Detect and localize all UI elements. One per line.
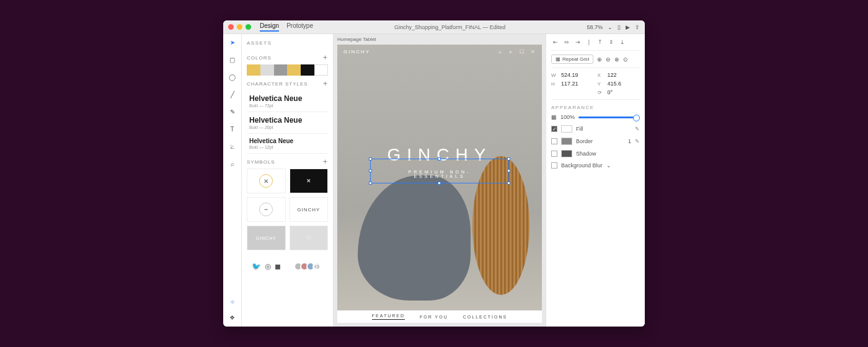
charstyle-name: Helvetica Neue [249, 138, 326, 144]
tab-prototype[interactable]: Prototype [286, 22, 313, 32]
swatch-gold2[interactable] [287, 64, 301, 76]
y-input[interactable] [608, 81, 632, 87]
charstyle-name: Helvetica Neue [249, 94, 326, 103]
facebook-icon: ◼ [275, 262, 281, 271]
shadow-checkbox[interactable] [551, 151, 557, 157]
play-icon[interactable]: ▶ [626, 24, 630, 30]
shadow-color-chip[interactable] [561, 150, 572, 157]
align-bottom-icon[interactable]: ⤓ [618, 38, 627, 46]
charstyle-item[interactable]: Helvetica Neue Bold — 12pt [247, 134, 328, 154]
boolean-add-icon[interactable]: ⊕ [597, 56, 602, 63]
tab-design[interactable]: Design [260, 22, 279, 32]
eyedropper-icon[interactable]: ✎ [635, 138, 640, 144]
x-input[interactable] [608, 72, 632, 78]
hero-image-shape [358, 175, 471, 301]
assets-panel-icon[interactable]: ⟐ [228, 297, 237, 305]
align-left-icon[interactable]: ⇤ [551, 38, 560, 46]
search-icon: ⌕ [498, 49, 503, 55]
swatch-grey[interactable] [274, 64, 288, 76]
charstyle-item[interactable]: Helvetica Neue Bold — 20pt [247, 112, 328, 134]
symbol-close-dark[interactable]: ✕ [290, 169, 329, 193]
bgblur-checkbox[interactable] [551, 162, 557, 169]
fill-label: Fill [576, 126, 583, 132]
footer-tab-collections: COLLECTIONS [463, 315, 507, 319]
selection-box[interactable] [370, 159, 509, 183]
repeat-grid-button[interactable]: ▦Repeat Grid [551, 55, 593, 64]
ellipse-tool-icon[interactable]: ◯ [228, 72, 237, 81]
width-input[interactable] [561, 72, 586, 78]
swatch-black[interactable] [301, 64, 314, 76]
window-controls [228, 24, 251, 30]
chevron-down-icon[interactable]: ⌄ [606, 162, 611, 169]
minimize-window-button[interactable] [237, 24, 242, 30]
charstyle-meta: Bold — 72pt [249, 103, 326, 108]
canvas-area[interactable]: Homepage Tablet GINCHY ⌕ ⍟ ☐ ≡ GINCHY PR… [334, 34, 546, 327]
pen-tool-icon[interactable]: ✎ [228, 107, 237, 116]
fill-checkbox[interactable]: ✓ [551, 126, 557, 132]
symbol-close-circle[interactable]: ✕ [247, 169, 286, 193]
boolean-exclude-icon[interactable]: ⊙ [623, 56, 628, 63]
symbol-social[interactable]: 🐦 ◎ ◼ [247, 254, 286, 279]
opacity-slider[interactable] [578, 116, 640, 118]
border-color-chip[interactable] [561, 138, 572, 145]
boolean-intersect-icon[interactable]: ⊗ [614, 56, 619, 63]
align-center-v-icon[interactable]: ⇕ [607, 38, 616, 46]
align-right-icon[interactable]: ⇥ [574, 38, 582, 46]
edit-status: Edited [490, 24, 506, 30]
align-center-h-icon[interactable]: ⇔ [562, 38, 571, 46]
symbol-heart[interactable]: ♡ [290, 226, 329, 250]
rotate-icon[interactable]: ⟳ [598, 90, 604, 95]
rotation-input[interactable] [608, 89, 632, 95]
device-preview-icon[interactable]: ▯ [618, 24, 621, 30]
align-top-icon[interactable]: ⤒ [596, 38, 604, 46]
line-tool-icon[interactable]: ╱ [228, 90, 237, 99]
transform-section: W X H Y ⟳ [551, 72, 640, 100]
layers-panel-icon[interactable]: ❖ [228, 313, 237, 322]
symbol-avatars[interactable]: +3 [290, 254, 329, 279]
artboard-tool-icon[interactable]: ⟀ [228, 142, 237, 151]
select-tool-icon[interactable]: ➤ [228, 38, 237, 46]
share-icon[interactable]: ⇪ [635, 24, 640, 30]
border-checkbox[interactable] [551, 138, 557, 144]
height-input[interactable] [561, 81, 586, 87]
assets-heading: ASSETS [247, 39, 328, 50]
rectangle-tool-icon[interactable]: ▢ [228, 55, 237, 64]
align-divider: | [585, 38, 593, 46]
charstyles-header: Character Styles + [247, 79, 328, 88]
grid-icon: ▦ [556, 56, 560, 62]
menu-icon: ≡ [531, 49, 536, 55]
boolean-subtract-icon[interactable]: ⊖ [606, 56, 611, 63]
symbol-logo-grey[interactable]: GINCHY [247, 226, 286, 250]
opacity-value[interactable]: 100% [560, 114, 575, 120]
artboard-label[interactable]: Homepage Tablet [334, 34, 546, 45]
site-logo: GINCHY [343, 49, 492, 55]
artboard[interactable]: GINCHY ⌕ ⍟ ☐ ≡ GINCHY PREMIUM NON-ESSENT… [337, 45, 542, 323]
symbol-badge[interactable]: ••• [247, 197, 286, 222]
heart-icon: ♡ [306, 235, 311, 241]
zoom-level[interactable]: 58.7% [587, 24, 603, 30]
swatch-gold[interactable] [247, 64, 260, 76]
border-width[interactable]: 1 [628, 138, 631, 144]
zoom-tool-icon[interactable]: ⌕ [228, 159, 237, 168]
symbol-logo-light[interactable]: GINCHY [290, 197, 329, 222]
add-charstyle-button[interactable]: + [323, 79, 328, 88]
fill-row: ✓ Fill ✎ [551, 125, 640, 133]
add-color-button[interactable]: + [323, 53, 328, 62]
twitter-icon: 🐦 [252, 262, 261, 271]
add-symbol-button[interactable]: + [323, 157, 328, 166]
swatch-white[interactable] [314, 64, 328, 76]
filename: Ginchy_Shopping_Platform_FINAL [394, 24, 481, 30]
charstyle-item[interactable]: Helvetica Neue Bold — 72pt [247, 90, 328, 112]
eyedropper-icon[interactable]: ✎ [635, 126, 640, 132]
text-tool-icon[interactable]: T [228, 125, 237, 133]
maximize-window-button[interactable] [246, 24, 251, 30]
cart-icon: ☐ [520, 49, 525, 55]
fill-color-chip[interactable] [561, 125, 572, 133]
colors-label: Colors [247, 55, 272, 61]
align-tools: ⇤ ⇔ ⇥ | ⤒ ⇕ ⤓ [551, 38, 640, 51]
inspector-panel: ⇤ ⇔ ⇥ | ⤒ ⇕ ⤓ ▦Repeat Grid ⊕ ⊖ ⊗ ⊙ W X H… [546, 34, 645, 327]
close-window-button[interactable] [228, 24, 234, 30]
swatch-lightgrey[interactable] [260, 64, 274, 76]
zoom-chevron-icon[interactable]: ⌄ [608, 24, 613, 30]
border-label: Border [576, 138, 593, 144]
